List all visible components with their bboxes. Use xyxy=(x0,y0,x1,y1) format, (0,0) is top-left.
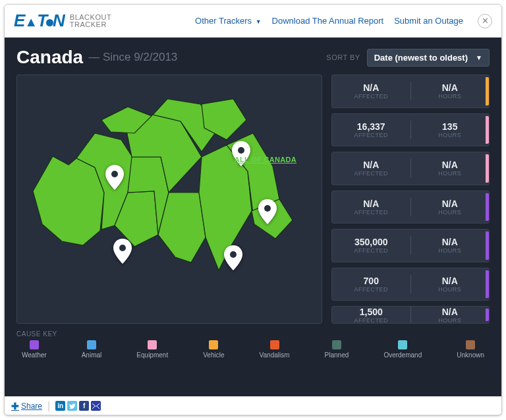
stat-affected: 16,337AFFECTED xyxy=(332,121,410,138)
sort-by-label: SORT BY xyxy=(326,53,360,61)
bottom-bar: ✚ Share | in f xyxy=(5,396,501,415)
twitter-icon[interactable] xyxy=(67,401,77,411)
svg-point-3 xyxy=(230,251,237,258)
cause-swatch xyxy=(87,340,96,349)
map-panel[interactable]: ALL OF CANADA xyxy=(16,75,322,324)
title-row: Canada — Since 9/2/2013 SORT BY Date (ne… xyxy=(5,38,501,75)
since-label: — Since 9/2/2013 xyxy=(88,51,177,64)
stat-affected: 700AFFECTED xyxy=(332,276,410,293)
all-of-canada-link[interactable]: ALL OF CANADA xyxy=(235,156,296,164)
logo-mark: E▲TN xyxy=(14,11,65,31)
svg-point-0 xyxy=(238,147,244,154)
other-trackers-link[interactable]: Other Trackers ▼ xyxy=(195,16,262,26)
stat-hours: N/AHOURS xyxy=(411,160,490,177)
content-row: ALL OF CANADA N/AAFFECTEDN/AHOURS16,337A… xyxy=(5,75,501,324)
cause-swatch xyxy=(30,340,39,349)
stat-card[interactable]: N/AAFFECTEDN/AHOURS xyxy=(331,75,490,108)
cause-item[interactable]: Overdemand xyxy=(383,340,422,359)
cause-swatch xyxy=(332,340,341,349)
cause-stripe xyxy=(486,154,489,183)
linkedin-icon[interactable]: in xyxy=(55,401,65,411)
cause-item[interactable]: Unknown xyxy=(457,340,484,359)
stat-affected: N/AAFFECTED xyxy=(332,82,410,100)
cause-stripe xyxy=(486,77,489,105)
cause-swatch xyxy=(148,340,157,349)
cause-swatch xyxy=(209,340,218,349)
cause-name: Vandalism xyxy=(260,351,290,359)
stat-hours: N/AHOURS xyxy=(411,198,490,216)
stat-card[interactable]: N/AAFFECTEDN/AHOURS xyxy=(331,191,490,224)
header-bar: E▲TN BLACKOUT TRACKER Other Trackers ▼ D… xyxy=(5,5,501,38)
cause-item[interactable]: Vehicle xyxy=(203,340,224,359)
stat-hours: N/AHOURS xyxy=(411,276,490,293)
cause-key-items: WeatherAnimalEquipmentVehicleVandalismPl… xyxy=(16,340,490,359)
stat-hours: N/AHOURS xyxy=(411,82,490,100)
stat-affected: N/AAFFECTED xyxy=(332,198,410,216)
cause-stripe xyxy=(486,193,489,222)
cause-item[interactable]: Weather xyxy=(22,340,47,359)
download-report-link[interactable]: Download The Annual Report xyxy=(272,16,384,26)
logo[interactable]: E▲TN BLACKOUT TRACKER xyxy=(14,11,111,31)
submit-outage-link[interactable]: Submit an Outage xyxy=(394,16,463,26)
cause-stripe xyxy=(486,231,489,260)
stats-list[interactable]: N/AAFFECTEDN/AHOURS16,337AFFECTED135HOUR… xyxy=(331,75,490,324)
app-frame: E▲TN BLACKOUT TRACKER Other Trackers ▼ D… xyxy=(4,4,502,415)
stat-hours: 135HOURS xyxy=(411,121,490,138)
stat-card[interactable]: 16,337AFFECTED135HOURS xyxy=(331,113,490,147)
svg-point-2 xyxy=(119,245,126,251)
chevron-down-icon: ▼ xyxy=(476,54,482,61)
cause-stripe xyxy=(486,309,489,321)
cause-key: CAUSE KEY WeatherAnimalEquipmentVehicleV… xyxy=(5,324,501,359)
cause-stripe xyxy=(486,116,489,144)
sort-group: SORT BY Date (newest to oldest) ▼ xyxy=(326,49,490,67)
cause-stripe xyxy=(486,270,489,299)
stat-affected: 350,000AFFECTED xyxy=(332,237,410,254)
stat-card[interactable]: N/AAFFECTEDN/AHOURS xyxy=(331,152,490,185)
cause-item[interactable]: Equipment xyxy=(136,340,168,359)
cause-item[interactable]: Planned xyxy=(325,340,349,359)
cause-swatch xyxy=(398,340,407,349)
cause-key-title: CAUSE KEY xyxy=(16,330,490,338)
stat-affected: N/AAFFECTED xyxy=(332,160,410,177)
share-button[interactable]: ✚ Share xyxy=(11,401,42,411)
stat-card[interactable]: 1,500AFFECTEDN/AHOURS xyxy=(331,306,490,324)
email-icon[interactable] xyxy=(91,401,101,411)
logo-subtitle: BLACKOUT TRACKER xyxy=(70,14,111,28)
svg-point-4 xyxy=(264,205,271,212)
cause-name: Equipment xyxy=(136,351,168,359)
stat-card[interactable]: 700AFFECTEDN/AHOURS xyxy=(331,268,490,301)
plus-icon: ✚ xyxy=(11,401,19,411)
chevron-down-icon: ▼ xyxy=(256,18,262,25)
cause-item[interactable]: Animal xyxy=(82,340,102,359)
cause-name: Weather xyxy=(22,351,47,359)
sort-select[interactable]: Date (newest to oldest) ▼ xyxy=(367,49,490,67)
cause-name: Animal xyxy=(82,351,102,359)
cause-name: Unknown xyxy=(457,351,484,359)
stat-affected: 1,500AFFECTED xyxy=(332,307,410,324)
cause-swatch xyxy=(270,340,279,349)
svg-point-1 xyxy=(111,171,118,177)
stat-card[interactable]: 350,000AFFECTEDN/AHOURS xyxy=(331,229,490,262)
facebook-icon[interactable]: f xyxy=(79,401,89,411)
top-nav: Other Trackers ▼ Download The Annual Rep… xyxy=(195,14,492,28)
close-icon[interactable]: ✕ xyxy=(478,14,492,28)
social-row: in f xyxy=(55,401,101,411)
canada-map[interactable] xyxy=(29,94,306,305)
cause-name: Overdemand xyxy=(383,351,422,359)
stat-hours: N/AHOURS xyxy=(411,237,490,254)
stat-hours: N/AHOURS xyxy=(411,307,490,324)
cause-item[interactable]: Vandalism xyxy=(260,340,290,359)
cause-name: Planned xyxy=(325,351,349,359)
main-panel: Canada — Since 9/2/2013 SORT BY Date (ne… xyxy=(5,38,501,396)
cause-name: Vehicle xyxy=(203,351,224,359)
cause-swatch xyxy=(466,340,475,349)
page-title: Canada xyxy=(16,47,83,68)
